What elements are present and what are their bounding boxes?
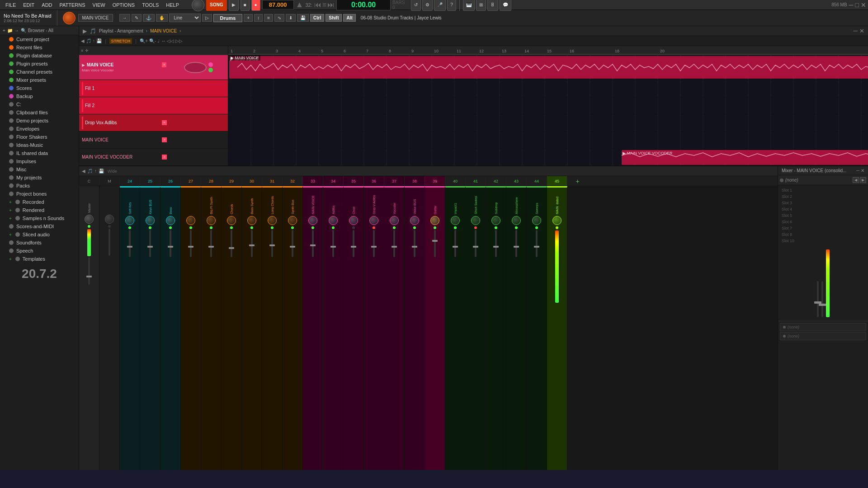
mixer-channel-45[interactable]: MAIN_dated [547,186,567,470]
right-panel-minimize[interactable]: ─ [856,168,859,173]
track-row-main-voice[interactable]: ▶ MAIN VOICE + Main Voice Vocoder [79,55,228,80]
sidebar-item-backup[interactable]: Backup [0,92,79,100]
ch34-knob[interactable] [329,216,338,225]
toolbar-save-btn[interactable]: 💾 [96,38,102,43]
top-none-slot[interactable]: (none) ◀ ▶ [778,175,868,185]
sidebar-item-ideas-music[interactable]: Ideas-Music [0,141,79,149]
mixer-channel-31[interactable]: Long Chords [262,186,283,470]
sidebar-folder-btn[interactable]: 📁 [7,28,13,33]
mixer-channel-34[interactable]: Adlibs [323,186,344,470]
ch36-knob[interactable] [369,216,378,225]
toolbar-back-btn[interactable]: ◀ [81,38,85,43]
ch29-knob[interactable] [227,216,236,225]
piano-button[interactable]: 🎹 [463,0,475,11]
sidebar-add-btn[interactable]: + [3,28,5,33]
sidebar-item-samples-sounds[interactable]: + Samples n Sounds [0,214,79,222]
loop-button[interactable]: ↺ [411,0,421,11]
menu-item-help[interactable]: HELP [162,0,183,9]
mode-btn-arrows[interactable]: ↕ [254,14,263,22]
secondary-knob[interactable] [63,12,75,24]
sidebar-item-envelopes[interactable]: Envelopes [0,125,79,133]
ch37-knob[interactable] [390,216,399,225]
sidebar-item-packs[interactable]: Packs [0,182,79,190]
track-row-drop-vox[interactable]: Drop Vox Adlibs + [79,114,228,131]
ch-empty-knob[interactable] [105,215,114,224]
ch42-knob[interactable] [491,216,500,225]
metronome-btn[interactable]: ♩ [157,38,160,43]
stepseq-button[interactable]: ⊞ [476,0,486,11]
sidebar-item-c-drive[interactable]: C: [0,100,79,108]
track-row-fill1[interactable]: Fill 1 [79,80,228,97]
bottom-slot-1[interactable]: (none) [780,323,866,331]
stop-button[interactable]: ■ [241,0,250,11]
ch33-knob[interactable] [308,216,317,225]
mixer-channel-27[interactable] [181,186,201,470]
sidebar-item-plugin-presets[interactable]: Plugin presets [0,60,79,68]
mixer-channel-36[interactable]: Drop V Adlibs [364,186,384,470]
fit-btn[interactable]: ↔ [161,38,165,43]
record-button[interactable]: ● [251,0,260,11]
sidebar-item-impulses[interactable]: Impulses [0,157,79,165]
sidebar-item-project-bones[interactable]: Project bones [0,190,79,198]
slot-next[interactable]: ▶ [860,177,866,183]
toolbar-upload-btn[interactable]: ↑ [93,38,95,43]
mixer-channel-44[interactable]: Sweeps [527,186,547,470]
mixer-channel-42[interactable]: Subdrop [486,186,506,470]
sidebar-item-clipboard[interactable]: Clipboard files [0,108,79,117]
mixer-channel-29[interactable]: Chords [222,186,242,470]
mixer-channel-35[interactable]: Choir [344,186,364,470]
mixer-music-icon[interactable]: 🎵 [87,169,93,174]
minimize-button[interactable]: ─ [849,1,854,9]
zoom-out-btn[interactable]: 🔍- [149,38,156,43]
master-fader[interactable] [88,258,90,285]
prev-btn[interactable]: ◁◁ [167,38,174,43]
stretch-btn[interactable]: STRETCH [109,38,132,44]
play-button[interactable]: ▶ [229,0,239,11]
sidebar-arrow-btn[interactable]: → [14,28,19,33]
ch26-knob[interactable] [166,216,175,225]
mode-btn-hand[interactable]: ✋ [156,14,168,22]
ch24-knob[interactable] [125,216,134,225]
sidebar-item-misc[interactable]: Misc [0,165,79,174]
track-row-main-voice-2[interactable]: MAIN VOICE + [79,131,228,149]
ch27-knob[interactable] [186,216,195,225]
right-fader-2[interactable] [821,281,823,317]
right-fader-1[interactable] [817,281,819,317]
mixer-channel-38[interactable]: Voice BUS [405,186,425,470]
line-mode-select[interactable]: Line [169,14,201,22]
mixer-channel-24[interactable]: Soft Key [120,186,140,470]
sidebar-item-recorded[interactable]: + Recorded [0,198,79,206]
sidebar-item-my-projects[interactable]: My projects [0,174,79,182]
mode-btn-save[interactable]: 💾 [297,14,309,22]
add-channel-btn[interactable]: + [567,176,588,186]
settings-button[interactable]: ⚙ [422,0,433,11]
ch25-knob[interactable] [146,216,155,225]
sidebar-item-current-project[interactable]: Current project [0,35,79,43]
bottom-slot-2[interactable]: (none) [780,332,866,340]
mixer-channel-32[interactable]: Synth Bus [283,186,303,470]
mode-btn-pencil[interactable]: ✎ [132,14,142,22]
menu-item-options[interactable]: OPTIONS [109,0,139,9]
next-btn[interactable]: ▷▷ [175,38,183,43]
master-knob[interactable] [85,215,94,224]
master-volume-knob[interactable] [192,0,204,11]
sidebar-item-channel-presets[interactable]: Channel presets [0,68,79,76]
sidebar-item-scores[interactable]: Scores [0,84,79,92]
mixer-channel-30[interactable]: Bass Synth [242,186,262,470]
mixer-button[interactable]: 🎚 [487,0,498,11]
maximize-button[interactable]: □ [855,1,859,9]
drop-vox-plus[interactable]: + [162,120,167,125]
ch39-knob[interactable] [430,216,439,225]
mixer-back-btn[interactable]: ◀ [82,169,85,174]
slot-prev[interactable]: ◀ [853,177,859,183]
main-voice-plus-2[interactable]: + [162,137,167,142]
menu-item-edit[interactable]: EDIT [19,0,38,9]
ch44-knob[interactable] [532,216,541,225]
menu-item-patterns[interactable]: PATTERNS [56,0,89,9]
ch35-knob[interactable] [349,216,358,225]
mixer-channel-empty[interactable] [99,186,120,470]
sidebar-item-il-shared[interactable]: IL shared data [0,149,79,157]
sidebar-item-demo-projects[interactable]: Demo projects [0,117,79,125]
menu-item-add[interactable]: ADD [38,0,56,9]
sidebar-item-scores-midi[interactable]: Scores-and-MIDI [0,222,79,230]
